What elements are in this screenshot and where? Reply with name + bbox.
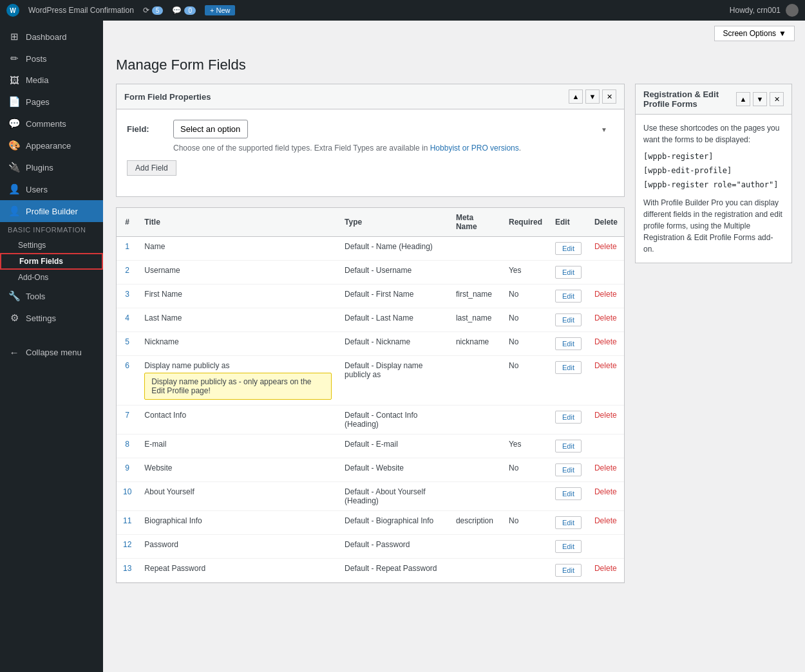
row-delete: Delete [588, 482, 624, 511]
add-field-button[interactable]: Add Field [127, 160, 176, 176]
site-name[interactable]: WordPress Email Confirmation [28, 6, 134, 15]
appearance-icon: 🎨 [8, 140, 21, 151]
sidebar-item-appearance[interactable]: 🎨 Appearance [0, 135, 103, 156]
hobbyist-pro-link[interactable]: Hobbyist or PRO versions [430, 144, 519, 153]
sidebar-item-collapse-menu[interactable]: ← Collapse menu [0, 342, 103, 363]
right-sidebar: Registration & Edit Profile Forms ▲ ▼ ✕ … [625, 84, 792, 583]
field-label: Field: [127, 124, 166, 134]
edit-button[interactable]: Edit [555, 361, 582, 374]
sidebar-item-media[interactable]: 🖼 Media [0, 70, 103, 91]
delete-link[interactable]: Delete [594, 516, 617, 525]
row-type: Default - Biographical Info [338, 511, 450, 535]
row-meta-name: last_name [450, 308, 502, 332]
row-meta-name [450, 559, 502, 583]
delete-link[interactable]: Delete [594, 337, 617, 346]
row-type: Default - Last Name [338, 308, 450, 332]
row-required [502, 559, 549, 583]
field-type-select[interactable]: Select an option [173, 120, 248, 138]
row-meta-name [450, 434, 502, 458]
edit-button[interactable]: Edit [555, 337, 582, 350]
table-row: 12 Password Default - Password Edit [117, 535, 624, 559]
delete-link[interactable]: Delete [594, 242, 617, 251]
howdy-text: Howdy, crn001 [730, 6, 781, 15]
edit-button[interactable]: Edit [555, 516, 582, 529]
edit-button[interactable]: Edit [555, 313, 582, 326]
sidebar-item-tools[interactable]: 🔧 Tools [0, 285, 103, 307]
comments-icon[interactable]: 💬 0 [172, 6, 196, 15]
right-card-description: Use these shortcodes on the pages you wa… [643, 122, 784, 145]
col-header-required: Required [502, 208, 549, 237]
sidebar-item-posts[interactable]: ✏ Posts [0, 48, 103, 70]
sidebar-item-pages[interactable]: 📄 Pages [0, 91, 103, 113]
sidebar-item-plugins[interactable]: 🔌 Plugins [0, 156, 103, 178]
updates-icon[interactable]: ⟳ 5 [143, 6, 164, 15]
row-required: No [502, 285, 549, 308]
row-delete: Delete [588, 285, 624, 308]
row-num: 8 [117, 434, 138, 458]
comments-nav-icon: 💬 [8, 118, 21, 129]
delete-link[interactable]: Delete [594, 564, 617, 573]
row-num: 2 [117, 261, 138, 285]
sidebar-item-form-fields[interactable]: Form Fields [0, 253, 103, 270]
row-num: 9 [117, 458, 138, 482]
row-edit: Edit [549, 434, 588, 458]
sidebar-item-users[interactable]: 👤 Users [0, 178, 103, 200]
row-title: E-mail [138, 434, 338, 458]
page-title: Manage Form Fields [116, 57, 792, 73]
close-card-button[interactable]: ✕ [602, 89, 616, 104]
sidebar-item-addons[interactable]: Add-Ons [0, 270, 103, 285]
admin-bar: W WordPress Email Confirmation ⟳ 5 💬 0 +… [0, 0, 805, 21]
sidebar-item-settings[interactable]: Settings [0, 238, 103, 253]
screen-options-button[interactable]: Screen Options ▼ [714, 26, 795, 41]
row-meta-name [450, 356, 502, 406]
collapse-up-button[interactable]: ▲ [569, 89, 583, 104]
table-row: 11 Biographical Info Default - Biographi… [117, 511, 624, 535]
sidebar-item-dashboard[interactable]: ⊞ Dashboard [0, 26, 103, 48]
edit-button[interactable]: Edit [555, 411, 582, 424]
delete-link[interactable]: Delete [594, 463, 617, 472]
edit-button[interactable]: Edit [555, 540, 582, 553]
row-edit: Edit [549, 406, 588, 434]
edit-button[interactable]: Edit [555, 290, 582, 303]
row-edit: Edit [549, 332, 588, 356]
table-row: 1 Name Default - Name (Heading) Edit Del… [117, 237, 624, 261]
delete-link[interactable]: Delete [594, 411, 617, 420]
users-icon: 👤 [8, 183, 21, 195]
row-type: Default - E-mail [338, 434, 450, 458]
row-required: No [502, 332, 549, 356]
delete-link[interactable]: Delete [594, 361, 617, 370]
delete-link[interactable]: Delete [594, 487, 617, 496]
screen-options-bar: Screen Options ▼ [103, 21, 805, 46]
edit-button[interactable]: Edit [555, 463, 582, 476]
edit-button[interactable]: Edit [555, 266, 582, 279]
edit-button[interactable]: Edit [555, 440, 582, 453]
dashboard-icon: ⊞ [8, 31, 21, 42]
collapse-down-button[interactable]: ▼ [585, 89, 600, 104]
new-button[interactable]: + New [205, 5, 236, 15]
right-card-header: Registration & Edit Profile Forms ▲ ▼ ✕ [636, 84, 791, 115]
edit-button[interactable]: Edit [555, 564, 582, 577]
row-num: 4 [117, 308, 138, 332]
select-wrapper: Select an option [173, 120, 614, 138]
sidebar-item-comments[interactable]: 💬 Comments [0, 113, 103, 135]
right-collapse-up-button[interactable]: ▲ [736, 92, 750, 106]
row-title: About Yourself [138, 482, 338, 511]
right-collapse-down-button[interactable]: ▼ [753, 92, 767, 106]
edit-button[interactable]: Edit [555, 242, 582, 255]
right-close-button[interactable]: ✕ [770, 92, 784, 106]
edit-button[interactable]: Edit [555, 487, 582, 500]
sidebar-item-settings-bottom[interactable]: ⚙ Settings [0, 307, 103, 329]
row-edit: Edit [549, 482, 588, 511]
row-edit: Edit [549, 535, 588, 559]
row-delete: Delete [588, 308, 624, 332]
wp-logo-icon[interactable]: W [6, 4, 19, 17]
delete-link[interactable]: Delete [594, 313, 617, 322]
delete-link[interactable]: Delete [594, 290, 617, 299]
collapse-icon: ← [8, 347, 21, 358]
plugins-icon: 🔌 [8, 162, 21, 173]
profile-builder-icon: 👤 [8, 205, 21, 217]
right-card-controls: ▲ ▼ ✕ [736, 92, 784, 106]
table-row: 3 First Name Default - First Name first_… [117, 285, 624, 308]
sidebar-item-profile-builder[interactable]: 👤 Profile Builder [0, 200, 103, 222]
sidebar: ⊞ Dashboard ✏ Posts 🖼 Media 📄 Pages 💬 Co… [0, 21, 103, 672]
